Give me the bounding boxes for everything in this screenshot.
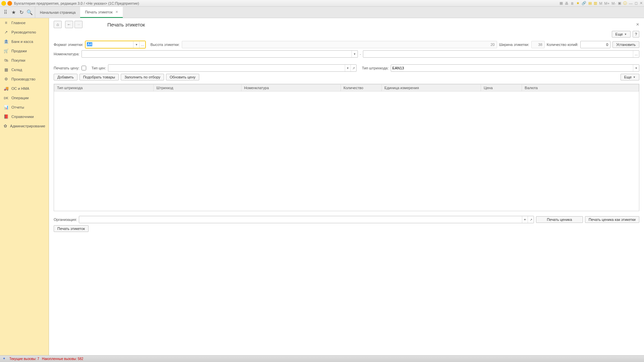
sidebar-label: Справочники bbox=[11, 115, 34, 119]
sidebar-item-purchases[interactable]: 🛍Покупки bbox=[0, 56, 49, 65]
nav-home-button[interactable]: ⌂ bbox=[54, 21, 62, 28]
more-table-button[interactable]: Еще▼ bbox=[621, 74, 639, 80]
col-unit[interactable]: Единица измерения bbox=[382, 84, 481, 92]
cog-icon: ✿ bbox=[3, 124, 7, 128]
sidebar-item-reports[interactable]: 📊Отчеты bbox=[0, 103, 49, 112]
tb-window-icon[interactable]: ▣ bbox=[618, 1, 621, 5]
fill-by-filter-button[interactable]: Заполнить по отбору bbox=[121, 74, 164, 80]
col-price[interactable]: Цена bbox=[481, 84, 522, 92]
sidebar-item-warehouse[interactable]: ▦Склад bbox=[0, 65, 49, 74]
print-pricelist-button[interactable]: Печать ценика bbox=[536, 216, 583, 223]
sidebar-item-production[interactable]: ⚙Производство bbox=[0, 74, 49, 84]
height-input[interactable]: 20 bbox=[182, 41, 497, 48]
sidebar-label: Главное bbox=[11, 21, 25, 25]
chevron-down-icon[interactable]: ▼ bbox=[345, 65, 351, 71]
chevron-down-icon: ▼ bbox=[624, 33, 627, 36]
nomen-label: Номенклатура: bbox=[54, 52, 79, 56]
copies-input[interactable]: 0 bbox=[580, 41, 610, 48]
price-type-input[interactable] bbox=[108, 65, 345, 71]
nav-forward-button[interactable]: → bbox=[74, 21, 83, 28]
chevron-down-icon[interactable]: ▼ bbox=[633, 65, 639, 71]
col-nomen[interactable]: Номенклатура bbox=[241, 84, 340, 92]
barcode-type-label: Тип штрихкода: bbox=[362, 66, 388, 70]
nomen-to-combo[interactable]: … bbox=[363, 50, 639, 58]
sidebar-item-operations[interactable]: ᴅᴋОперации bbox=[0, 93, 49, 103]
tb-doc-icon[interactable]: 🗎 bbox=[571, 1, 574, 5]
col-qty[interactable]: Количество bbox=[341, 84, 382, 92]
history-icon[interactable]: ↻ bbox=[17, 8, 25, 16]
sidebar-label: Операции bbox=[11, 96, 29, 100]
sidebar-item-manager[interactable]: ↗Руководителю bbox=[0, 27, 49, 37]
open-icon[interactable]: ↗ bbox=[351, 65, 356, 71]
col-barcode-type[interactable]: Тип штрихкода bbox=[54, 84, 154, 92]
nomen-to-input[interactable] bbox=[363, 51, 633, 57]
sidebar-item-bank[interactable]: 🏦Банк и касса bbox=[0, 37, 49, 46]
col-barcode[interactable]: Штрихкод bbox=[154, 84, 241, 92]
more-button[interactable]: Еще▼ bbox=[612, 31, 631, 38]
sidebar-label: Руководителю bbox=[11, 30, 36, 34]
tb-link-icon[interactable]: 🔗 bbox=[582, 1, 586, 5]
maximize-icon[interactable]: ◻ bbox=[635, 1, 638, 5]
table[interactable]: Тип штрихкода Штрихкод Номенклатура Коли… bbox=[54, 84, 639, 211]
add-button[interactable]: Добавить bbox=[54, 74, 77, 80]
help-button[interactable]: ? bbox=[633, 31, 639, 38]
format-label: Формат этикетки: bbox=[54, 43, 83, 47]
set-button[interactable]: Установить bbox=[612, 41, 639, 48]
tb-m[interactable]: M bbox=[599, 1, 602, 5]
sidebar-label: Производство bbox=[11, 77, 36, 81]
ellipsis-icon[interactable]: … bbox=[139, 41, 145, 48]
tb-grid-icon[interactable]: ▦ bbox=[559, 1, 563, 5]
tb-mminus[interactable]: M- bbox=[611, 1, 616, 5]
barcode-type-combo[interactable]: ▼ bbox=[391, 64, 639, 72]
refresh-price-button[interactable]: Обновить цену bbox=[166, 74, 199, 80]
sidebar-item-assets[interactable]: 🚚ОС и НМА bbox=[0, 84, 49, 93]
pick-goods-button[interactable]: Подобрать товары bbox=[79, 74, 119, 80]
tb-print-icon[interactable]: 🖶 bbox=[565, 1, 569, 5]
tb-info-icon[interactable]: ⓘ bbox=[623, 1, 627, 6]
tb-calc-icon[interactable]: ▤ bbox=[588, 1, 592, 5]
width-input[interactable]: 38 bbox=[531, 41, 545, 48]
tab-print-labels[interactable]: Печать этикеток ✕ bbox=[80, 7, 122, 18]
print-labels-button[interactable]: Печать этикеток bbox=[54, 225, 89, 232]
trend-icon: ↗ bbox=[3, 30, 9, 35]
titlebar: Бухгалтерия предприятия, редакция 3.0 / … bbox=[0, 0, 644, 7]
sidebar-item-main[interactable]: ≡Главное bbox=[0, 18, 49, 27]
favorite-icon[interactable]: ★ bbox=[9, 8, 17, 16]
close-icon[interactable]: ✕ bbox=[640, 1, 643, 5]
open-icon[interactable]: ↗ bbox=[528, 216, 534, 223]
nomen-from-combo[interactable]: ▼ bbox=[82, 50, 358, 58]
chevron-down-icon[interactable]: ▼ bbox=[522, 216, 528, 223]
chevron-down-icon[interactable]: ▼ bbox=[133, 41, 139, 48]
book-icon: 📕 bbox=[3, 114, 9, 119]
print-pricelist-as-labels-button[interactable]: Печать ценика как этикетки bbox=[585, 216, 639, 223]
nomen-from-input[interactable] bbox=[82, 51, 352, 57]
tb-mplus[interactable]: M+ bbox=[604, 1, 610, 5]
tb-calc2-icon[interactable]: ▥ bbox=[594, 1, 597, 5]
tab-home[interactable]: Начальная страница bbox=[35, 7, 80, 18]
sidebar-label: ОС и НМА bbox=[11, 86, 29, 90]
chart-icon: 📊 bbox=[3, 105, 9, 110]
org-input[interactable] bbox=[79, 216, 522, 223]
page-close-icon[interactable]: ✕ bbox=[636, 22, 639, 27]
sidebar: ≡Главное ↗Руководителю 🏦Банк и касса 🛒Пр… bbox=[0, 18, 49, 355]
chevron-down-icon[interactable]: ▼ bbox=[352, 51, 358, 57]
minimize-icon[interactable]: — bbox=[629, 1, 633, 5]
apps-icon[interactable]: ⠿ bbox=[1, 8, 9, 16]
print-price-checkbox[interactable] bbox=[82, 66, 86, 70]
tb-star-icon[interactable]: ★ bbox=[576, 1, 580, 5]
tab-close-icon[interactable]: ✕ bbox=[115, 10, 118, 14]
search-icon[interactable]: 🔍 bbox=[25, 8, 34, 16]
org-combo[interactable]: ▼ ↗ bbox=[79, 216, 534, 223]
truck-icon: 🚚 bbox=[3, 86, 9, 91]
gear-icon: ⚙ bbox=[3, 77, 9, 81]
nav-back-button[interactable]: ← bbox=[65, 21, 73, 28]
sidebar-item-refs[interactable]: 📕Справочники bbox=[0, 112, 49, 121]
format-combo[interactable]: А4 ▼ … bbox=[85, 41, 146, 48]
col-currency[interactable]: Валюта bbox=[522, 84, 639, 92]
sidebar-item-sales[interactable]: 🛒Продажи bbox=[0, 46, 49, 56]
price-type-combo[interactable]: ▼ ↗ bbox=[108, 64, 357, 72]
sidebar-item-admin[interactable]: ✿Администрирование bbox=[0, 121, 49, 131]
ellipsis-icon[interactable]: … bbox=[633, 51, 639, 57]
barcode-type-input[interactable] bbox=[391, 65, 633, 71]
bag-icon: 🛍 bbox=[3, 58, 9, 63]
